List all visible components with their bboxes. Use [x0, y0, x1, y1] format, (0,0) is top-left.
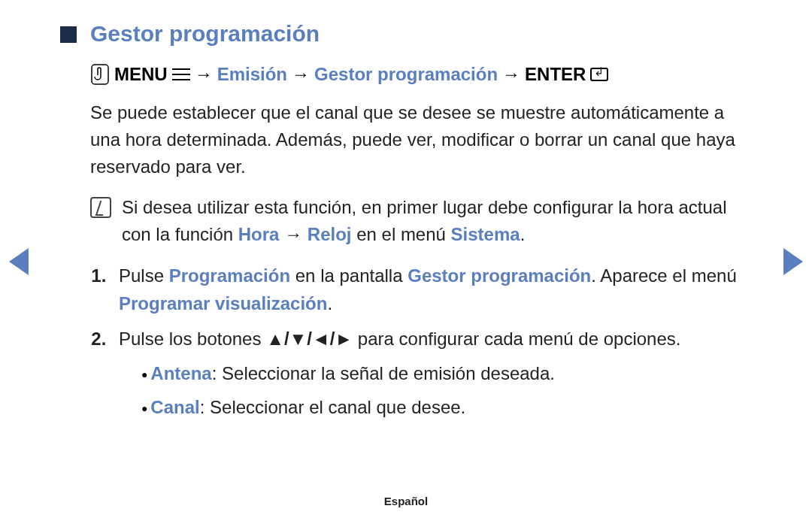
section-bullet-icon: [60, 26, 77, 43]
enter-icon: [590, 68, 608, 81]
page-title: Gestor programación: [90, 21, 320, 47]
enter-label: ENTER: [525, 64, 586, 85]
next-page-arrow[interactable]: [783, 248, 803, 275]
intro-text: Se puede establecer que el canal que se …: [90, 99, 752, 180]
path-arrow: →: [292, 64, 310, 85]
path-arrow: →: [502, 64, 520, 85]
touch-icon: [90, 63, 110, 86]
path-gestor: Gestor programación: [314, 64, 498, 85]
note-text: Si desea utilizar esta función, en prime…: [122, 194, 752, 248]
step-2: Pulse los botones ▲/▼/◄/► para configura…: [111, 325, 752, 421]
bullet-canal: Canal: Seleccionar el canal que desee.: [141, 393, 752, 421]
prev-page-arrow[interactable]: [9, 248, 29, 275]
bullet-antena: Antena: Seleccionar la señal de emisión …: [141, 359, 752, 387]
breadcrumb: MENU → Emisión → Gestor programación → E…: [90, 63, 752, 86]
nav-arrows-text: ▲/▼/◄/►: [266, 329, 353, 349]
path-arrow: →: [195, 64, 213, 85]
path-emision: Emisión: [217, 64, 287, 85]
note-icon: [90, 197, 111, 218]
footer-language: Español: [0, 495, 812, 507]
step-1: Pulse Programación en la pantalla Gestor…: [111, 262, 752, 317]
menu-label: MENU: [114, 64, 168, 85]
menu-icon: [172, 68, 190, 80]
